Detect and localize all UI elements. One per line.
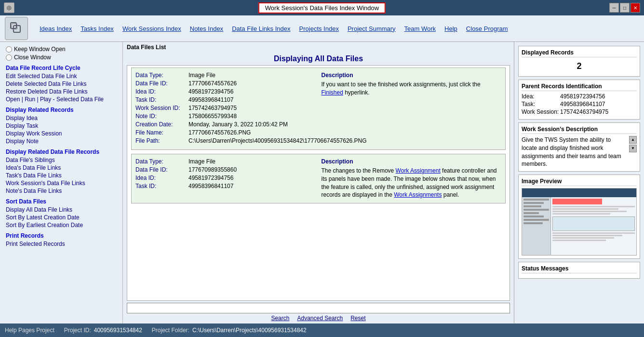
sidebar-edit-data-file-link[interactable]: Edit Selected Data File Link: [6, 73, 117, 80]
preview-mock-image: [522, 189, 636, 255]
sidebar-display-note[interactable]: Display Note: [6, 138, 117, 145]
idea-id-value-1: 49581972394756: [188, 88, 233, 95]
work-assignments-panel-link-2[interactable]: Work Assignments: [394, 191, 442, 198]
image-preview-title: Image Preview: [522, 178, 637, 186]
status-project-folder-label: Project Folder:: [152, 327, 189, 334]
data-file-id-value-2: 177670989355860: [188, 166, 237, 173]
work-session-desc-content: Give the TWS System the ability to locat…: [522, 136, 637, 168]
data-file-id-label-2: Data File ID:: [135, 166, 188, 173]
scroll-up-button[interactable]: ▲: [629, 136, 637, 144]
close-window-label: Close Window: [14, 54, 51, 61]
data-file-id-label-1: Data File ID:: [135, 80, 188, 87]
sidebar-sort-earliest[interactable]: Sort By Earliest Creation Date: [6, 222, 117, 229]
scroll-down-button[interactable]: ▼: [629, 145, 637, 152]
menu-notes-index[interactable]: Notes Index: [190, 25, 223, 32]
status-bar: Help Pages Project Project ID: 400956931…: [0, 324, 644, 337]
title-bar: ⊕ Work Session's Data Files Index Window…: [0, 0, 644, 15]
search-links-row: Search Advanced Search Reset: [127, 315, 510, 322]
sidebar-display-task[interactable]: Display Task: [6, 122, 117, 129]
work-session-id-label-1: Work Session ID:: [135, 105, 188, 111]
status-project-id-value: 400956931534842: [94, 327, 142, 334]
app-icon: ⊕: [4, 2, 14, 13]
sidebar-delete-data-file-links[interactable]: Delete Selected Data File Links: [6, 81, 117, 87]
search-input-row: [127, 303, 510, 313]
work-session-desc-text: Give the TWS System the ability to locat…: [522, 136, 627, 168]
data-type-value-2: Image File: [188, 158, 215, 165]
keep-window-open-radio[interactable]: Keep Window Open: [6, 46, 117, 53]
menu-work-sessions-index[interactable]: Work Sessions Index: [122, 25, 181, 32]
preview-mock-header: [522, 189, 636, 197]
record-fields-1: Data Type: Image File Data File ID: 1777…: [135, 72, 316, 146]
desc-scroll-buttons: ▲ ▼: [629, 136, 637, 168]
maximize-button[interactable]: □: [620, 3, 630, 13]
window-title: Work Session's Data Files Index Window: [258, 2, 386, 13]
sidebar-work-session-data-file-links[interactable]: Work Session's Data File Links: [6, 180, 117, 187]
sidebar-idea-data-file-links[interactable]: Idea's Data File Links: [6, 164, 117, 171]
sidebar-note-data-file-links[interactable]: Note's Data File Links: [6, 188, 117, 194]
main-layout: Keep Window Open Close Window Data File …: [0, 42, 644, 324]
title-bar-center: Work Session's Data Files Index Window: [258, 0, 386, 15]
close-button[interactable]: ✕: [631, 3, 640, 13]
idea-id-label-1: Idea ID:: [135, 88, 188, 95]
work-session-desc-section: Work Session's Description Give the TWS …: [518, 122, 640, 172]
close-window-radio[interactable]: Close Window: [6, 54, 117, 61]
desc-text-1: If you want to see the finished work ass…: [322, 81, 502, 97]
task-id-value-1: 49958396841107: [188, 96, 233, 103]
desc-title-2: Description: [322, 158, 502, 165]
menu-team-work[interactable]: Team Work: [404, 25, 436, 32]
work-session-id-value-1: 175742463794975: [188, 105, 237, 111]
content-area: Data Files List Displaying All Data File…: [123, 42, 514, 324]
data-files-list-label: Data Files List: [127, 44, 514, 51]
window-mode-group: Keep Window Open Close Window: [6, 46, 117, 61]
parent-work-session-value: 175742463794975: [560, 108, 608, 115]
data-file-id-value-1: 177706674557626: [188, 80, 237, 87]
work-assignment-link-2[interactable]: Work Assignment: [396, 167, 441, 174]
search-link[interactable]: Search: [271, 315, 289, 322]
parent-task-value: 49958396841107: [560, 101, 605, 108]
sidebar-task-data-file-links[interactable]: Task's Data File Links: [6, 172, 117, 179]
search-input[interactable]: [127, 303, 510, 313]
desc-title-1: Description: [322, 72, 502, 79]
parent-task-row: Task: 49958396841107: [522, 101, 637, 108]
menu-help[interactable]: Help: [444, 25, 457, 32]
status-project: Help Pages Project: [5, 327, 54, 334]
sidebar-print-selected-records[interactable]: Print Selected Records: [6, 241, 117, 247]
advanced-search-link[interactable]: Advanced Search: [297, 315, 343, 322]
menu-bar: Ideas Index Tasks Index Work Sessions In…: [0, 15, 644, 42]
right-panel: Displayed Records 2 Parent Records Ident…: [514, 42, 644, 324]
sidebar-display-all-data-file-links[interactable]: Display All Data File Links: [6, 206, 117, 213]
parent-records-section: Parent Records Identification Idea: 4958…: [518, 80, 640, 120]
displayed-records-title: Displayed Records: [522, 49, 637, 57]
menu-close-program[interactable]: Close Program: [466, 25, 508, 32]
parent-idea-value: 49581972394756: [560, 93, 605, 100]
menu-project-summary[interactable]: Project Summary: [348, 25, 396, 32]
minimize-button[interactable]: ─: [609, 3, 619, 13]
idea-id-label-2: Idea ID:: [135, 175, 188, 181]
note-id-label-1: Note ID:: [135, 113, 188, 120]
status-messages-title: Status Messages: [522, 265, 637, 273]
parent-work-session-row: Work Session: 175742463794975: [522, 108, 637, 115]
sidebar-display-work-session[interactable]: Display Work Session: [6, 130, 117, 137]
preview-mock-sidebar: [522, 197, 551, 255]
menu-data-file-links-index[interactable]: Data File Links Index: [232, 25, 290, 32]
finished-link-1[interactable]: Finished: [322, 89, 343, 96]
image-preview-box: [522, 188, 637, 256]
menu-tasks-index[interactable]: Tasks Index: [80, 25, 114, 32]
sidebar-restore-deleted-data-file-links[interactable]: Restore Deleted Data File Links: [6, 88, 117, 95]
menu-ideas-index[interactable]: Ideas Index: [40, 25, 72, 32]
menu-projects-index[interactable]: Projects Index: [299, 25, 339, 32]
table-row[interactable]: Data Type: Image File Data File ID: 1777…: [131, 67, 506, 150]
sidebar-open-run-play[interactable]: Open | Run | Play - Selected Data File: [6, 96, 117, 103]
table-row[interactable]: Data Type: Image File Data File ID: 1776…: [131, 154, 506, 203]
desc-text-2: The changes to the Remove Work Assignmen…: [322, 167, 502, 199]
records-scroll-area[interactable]: Data Type: Image File Data File ID: 1777…: [127, 65, 510, 301]
parent-idea-label: Idea:: [522, 93, 560, 100]
section-title-sort-data-files: Sort Data Files: [6, 198, 117, 205]
sidebar-display-idea[interactable]: Display Idea: [6, 115, 117, 121]
creation-date-label-1: Creation Date:: [135, 121, 188, 128]
sidebar-sort-latest[interactable]: Sort By Latest Creation Date: [6, 214, 117, 221]
sidebar-data-file-siblings[interactable]: Data File's Siblings: [6, 157, 117, 163]
status-project-folder: Project Folder: C:\Users\Darren\Projects…: [152, 327, 307, 334]
parent-idea-row: Idea: 49581972394756: [522, 93, 637, 100]
reset-link[interactable]: Reset: [350, 315, 365, 322]
